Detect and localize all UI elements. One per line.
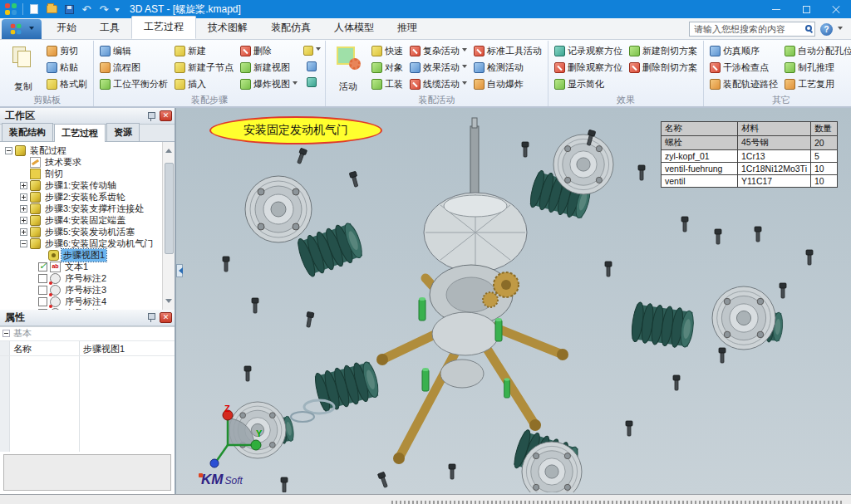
station-balance-button[interactable]: 工位平衡分析 [98, 76, 170, 92]
cut-button[interactable]: 剪切 [45, 42, 89, 59]
insert-button[interactable]: 插入 [173, 76, 235, 92]
complex-activity-button[interactable]: 复杂活动 [408, 42, 469, 59]
pin-icon[interactable] [147, 312, 155, 322]
save-button[interactable] [62, 2, 76, 16]
bom-table[interactable]: 名称 材料 数量 螺栓45号钢20 zyl-kopf_011Cr135 vent… [661, 121, 838, 188]
tree-item-section[interactable]: 剖切 [2, 168, 162, 179]
viewport-3d[interactable]: 安装固定发动机气门 名称 材料 数量 螺栓45号钢20 zyl-kopf_011… [176, 108, 851, 494]
expander-icon[interactable] [20, 193, 27, 201]
expander-icon[interactable] [5, 147, 12, 154]
expander-icon[interactable] [20, 228, 27, 236]
splitter-collapse-arrow[interactable] [176, 264, 183, 277]
auto-assign-holes-button[interactable]: 自动分配孔位 [783, 42, 851, 59]
steps-grid-button[interactable] [302, 42, 322, 58]
property-value[interactable]: 步骤视图1 [80, 341, 175, 355]
scroll-down-icon[interactable] [165, 299, 172, 306]
tree-item-balloon-4[interactable]: 序号标注4 [2, 296, 162, 307]
expander-icon[interactable] [20, 217, 27, 224]
search-input[interactable] [689, 22, 815, 37]
record-view-orientation-button[interactable]: 记录观察方位 [553, 42, 624, 59]
inspection-activity-button[interactable]: 检测活动 [472, 59, 544, 76]
maximize-button[interactable] [791, 0, 821, 18]
checkbox[interactable] [38, 274, 47, 283]
expander-icon[interactable] [2, 330, 10, 337]
scroll-up-icon[interactable] [165, 145, 172, 153]
expander-icon[interactable] [20, 182, 27, 189]
quick-access-dropdown[interactable] [115, 8, 120, 14]
delete-step-button[interactable]: 删除 [239, 42, 299, 59]
exploded-view-button[interactable]: 爆炸视图 [239, 76, 299, 92]
copy-button[interactable]: 复制 [3, 42, 43, 95]
tree-item-step1[interactable]: 步骤1:安装传动轴 [2, 179, 162, 191]
cable-activity-button[interactable]: 线缆活动 [408, 76, 469, 92]
tab-resources[interactable]: 资源 [106, 123, 140, 141]
new-section-plan-button[interactable]: 新建剖切方案 [627, 42, 699, 59]
new-child-node-button[interactable]: 新建子节点 [173, 59, 235, 76]
tab-assembly-structure[interactable]: 装配结构 [2, 123, 53, 141]
flowchart-button[interactable]: 流程图 [98, 59, 170, 76]
assembly-track-path-button[interactable]: 装配轨迹路径 [708, 76, 780, 92]
object-button[interactable]: 对象 [370, 59, 405, 76]
paste-button[interactable]: 粘贴 [45, 59, 89, 76]
tab-home[interactable]: 开始 [45, 17, 88, 39]
steps-link-button[interactable] [302, 74, 322, 90]
new-view-button[interactable]: 新建视图 [239, 59, 299, 76]
tree-scrollbar[interactable] [162, 142, 175, 310]
checkbox[interactable] [38, 262, 47, 272]
tree-item-balloon-3[interactable]: 序号标注3 [2, 284, 162, 296]
tree-item-step5[interactable]: 步骤5:安装发动机活塞 [2, 226, 162, 237]
tree-item-step4[interactable]: 步骤4:安装固定端盖 [2, 214, 162, 226]
tree-item-step-view-1[interactable]: 步骤视图1 [2, 249, 162, 261]
tab-process[interactable]: 工艺过程 [131, 16, 196, 39]
tree-item-step2[interactable]: 步骤2:安装轮系齿轮 [2, 191, 162, 203]
interference-checkpoint-button[interactable]: 干涉检查点 [708, 59, 780, 76]
steps-structure-button[interactable] [302, 58, 322, 74]
properties-section-basic[interactable]: 基本 [0, 327, 175, 341]
minimize-button[interactable] [761, 0, 791, 18]
checkbox[interactable] [38, 309, 47, 310]
tab-human-model[interactable]: 人体模型 [322, 17, 386, 39]
open-file-button[interactable] [45, 2, 58, 16]
delete-view-orientation-button[interactable]: 删除观察方位 [553, 59, 624, 76]
new-file-button[interactable] [27, 2, 41, 16]
tab-technical-illustration[interactable]: 技术图解 [196, 17, 259, 39]
tree-item-tech-requirements[interactable]: 技术要求 [2, 156, 162, 168]
tree-item-assembly-process[interactable]: 装配过程 [2, 144, 162, 156]
app-menu-button[interactable] [2, 19, 42, 39]
expander-icon[interactable] [20, 205, 27, 213]
tab-inference[interactable]: 推理 [386, 17, 429, 39]
step-callout[interactable]: 安装固定发动机气门 [209, 116, 382, 144]
tab-tools[interactable]: 工具 [88, 17, 131, 39]
help-button[interactable] [820, 23, 843, 36]
checkbox[interactable] [38, 286, 47, 295]
pin-icon[interactable] [147, 111, 155, 121]
process-reuse-button[interactable]: 工艺复用 [783, 76, 851, 92]
expander-icon[interactable] [20, 240, 27, 247]
simulation-order-button[interactable]: 仿真顺序 [708, 42, 780, 59]
new-step-button[interactable]: 新建 [173, 42, 235, 59]
hole-making-inference-button[interactable]: 制孔推理 [783, 59, 851, 76]
effect-activity-button[interactable]: 效果活动 [408, 59, 469, 76]
redo-button[interactable] [97, 2, 111, 16]
property-row-name[interactable]: 名称 步骤视图1 [0, 341, 175, 356]
tree-item-step6[interactable]: 步骤6:安装固定发动机气门 [2, 237, 162, 249]
tree-item-text-1[interactable]: 文本1 [2, 261, 162, 272]
display-simplify-button[interactable]: 显示简化 [553, 76, 624, 92]
checkbox[interactable] [38, 297, 47, 306]
tooling-button[interactable]: 工装 [370, 76, 405, 92]
auto-explode-button[interactable]: 自动爆炸 [472, 76, 544, 92]
standard-tool-activity-button[interactable]: 标准工具活动 [472, 42, 544, 59]
scrollbar-thumb[interactable] [165, 163, 174, 254]
tab-process-tree[interactable]: 工艺过程 [54, 124, 106, 142]
format-painter-button[interactable]: 格式刷 [45, 76, 89, 92]
undo-button[interactable] [80, 2, 93, 16]
activity-button[interactable]: 活动 [328, 42, 368, 95]
tree-item-step3[interactable]: 步骤3:安装支撑杆连接处 [2, 203, 162, 214]
tab-assembly-simulation[interactable]: 装配仿真 [259, 17, 322, 39]
close-button[interactable] [821, 0, 851, 18]
panel-close-icon[interactable] [160, 110, 172, 121]
panel-close-icon[interactable] [160, 312, 172, 323]
tree-item-balloon-2[interactable]: 序号标注2 [2, 272, 162, 284]
edit-button[interactable]: 编辑 [98, 42, 170, 59]
delete-section-plan-button[interactable]: 删除剖切方案 [627, 59, 699, 76]
